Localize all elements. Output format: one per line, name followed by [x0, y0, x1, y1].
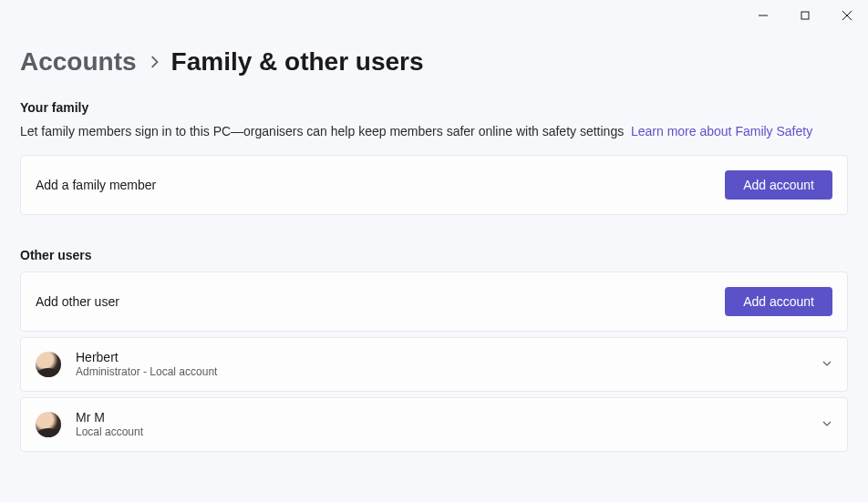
breadcrumb-parent[interactable]: Accounts: [20, 47, 137, 77]
page-title: Family & other users: [171, 47, 424, 77]
maximize-icon: [801, 11, 810, 20]
close-button[interactable]: [826, 2, 868, 29]
user-info: Herbert Administrator - Local account: [76, 349, 822, 380]
chevron-right-icon: [148, 56, 160, 68]
add-family-account-button[interactable]: Add account: [725, 170, 832, 200]
user-row-mr-m[interactable]: Mr M Local account: [20, 397, 848, 452]
chevron-down-icon: [822, 416, 832, 433]
minimize-button[interactable]: [742, 2, 784, 29]
user-subtitle: Local account: [76, 425, 822, 440]
minimize-icon: [759, 11, 768, 20]
close-icon: [842, 11, 852, 20]
add-other-user-card: Add other user Add account: [20, 271, 848, 332]
svg-rect-1: [801, 12, 809, 19]
your-family-header: Your family: [20, 100, 848, 115]
your-family-description: Let family members sign in to this PC—or…: [20, 124, 848, 138]
chevron-down-icon: [822, 356, 832, 373]
other-users-header: Other users: [20, 248, 848, 262]
user-info: Mr M Local account: [76, 409, 822, 440]
add-family-card: Add a family member Add account: [20, 155, 848, 215]
avatar: [36, 352, 61, 377]
add-family-label: Add a family member: [36, 178, 156, 192]
user-name: Mr M: [76, 409, 822, 425]
breadcrumb: Accounts Family & other users: [20, 47, 848, 77]
user-subtitle: Administrator - Local account: [76, 365, 822, 380]
window-titlebar: [0, 0, 868, 29]
avatar: [36, 412, 61, 437]
user-name: Herbert: [76, 349, 822, 365]
family-safety-link[interactable]: Learn more about Family Safety: [631, 124, 812, 138]
user-row-herbert[interactable]: Herbert Administrator - Local account: [20, 337, 848, 392]
add-other-user-label: Add other user: [36, 294, 119, 309]
add-other-account-button[interactable]: Add account: [725, 287, 832, 316]
maximize-button[interactable]: [784, 2, 826, 29]
